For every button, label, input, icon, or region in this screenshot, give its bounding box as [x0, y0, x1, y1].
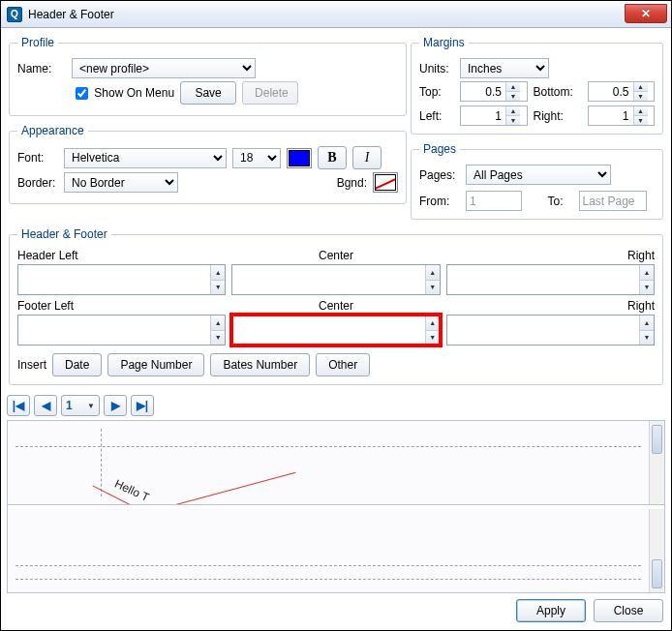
- preview-bottom: [8, 509, 664, 592]
- save-button[interactable]: Save: [180, 81, 236, 105]
- prev-page-button[interactable]: ◀: [34, 395, 57, 416]
- font-color-swatch[interactable]: [287, 148, 312, 168]
- font-select[interactable]: Helvetica: [64, 148, 227, 168]
- spin-down-icon[interactable]: ▼: [426, 280, 440, 295]
- pages-select[interactable]: All Pages: [466, 165, 611, 185]
- pages-label: Pages:: [419, 168, 460, 182]
- show-on-menu-checkbox[interactable]: [76, 87, 88, 100]
- preview-top: Hello T: [8, 421, 664, 505]
- right-spin[interactable]: ▲▼: [588, 105, 656, 126]
- border-select[interactable]: No Border: [64, 172, 178, 193]
- footer-right-input[interactable]: ▲▼: [446, 315, 655, 346]
- spin-up-icon[interactable]: ▲: [211, 316, 225, 330]
- margins-legend: Margins: [419, 36, 469, 49]
- spin-up-icon[interactable]: ▲: [211, 265, 225, 280]
- profile-group: Profile Name: <new profile> Show On Menu…: [9, 36, 407, 116]
- from-input: [466, 191, 522, 211]
- scrollbar-thumb[interactable]: [652, 559, 662, 588]
- profile-legend: Profile: [17, 36, 58, 49]
- header-center-input[interactable]: ▲▼: [231, 264, 440, 295]
- spin-up-icon[interactable]: ▲: [426, 316, 440, 330]
- header-right-input[interactable]: ▲▼: [446, 264, 655, 295]
- pager: |◀ ◀ 1▼ ▶ ▶|: [7, 395, 665, 416]
- spin-down-icon[interactable]: ▼: [634, 115, 648, 125]
- scrollbar-v[interactable]: [649, 421, 664, 504]
- footer-center-input[interactable]: ▲▼: [231, 315, 440, 346]
- spin-down-icon[interactable]: ▼: [506, 91, 520, 101]
- footer-right-text[interactable]: [447, 316, 639, 345]
- profile-select[interactable]: <new profile>: [72, 58, 256, 78]
- date-button[interactable]: Date: [52, 353, 102, 376]
- spin-down-icon[interactable]: ▼: [426, 330, 440, 346]
- next-page-button[interactable]: ▶: [104, 395, 127, 416]
- right-m-label: Right:: [534, 109, 582, 123]
- chevron-down-icon: ▼: [87, 402, 95, 410]
- spin-down-icon[interactable]: ▼: [211, 330, 225, 346]
- footer-center-text[interactable]: [232, 316, 424, 345]
- apply-button[interactable]: Apply: [516, 599, 586, 622]
- close-button[interactable]: Close: [594, 599, 663, 622]
- left-label: Left:: [419, 109, 454, 123]
- title-bar: Q Header & Footer ✕: [1, 1, 671, 28]
- units-label: Units:: [419, 62, 454, 75]
- units-select[interactable]: Inches: [460, 58, 549, 78]
- profile-name-label: Name:: [17, 62, 66, 75]
- spin-down-icon[interactable]: ▼: [211, 280, 225, 295]
- bold-button[interactable]: B: [318, 146, 347, 169]
- header-left-label: Header Left: [17, 247, 226, 264]
- app-icon: Q: [7, 7, 22, 22]
- right-input[interactable]: [589, 106, 633, 125]
- footer-left-label: Footer Left: [17, 297, 226, 315]
- spin-up-icon[interactable]: ▲: [640, 316, 654, 330]
- top-input[interactable]: [461, 82, 505, 101]
- font-color-inner: [289, 150, 310, 166]
- last-page-button[interactable]: ▶|: [131, 395, 154, 416]
- first-page-button[interactable]: |◀: [7, 395, 30, 416]
- other-button[interactable]: Other: [316, 353, 370, 376]
- to-input: [579, 191, 647, 211]
- scrollbar-v[interactable]: [649, 509, 664, 592]
- spin-up-icon[interactable]: ▲: [426, 265, 440, 280]
- spin-down-icon[interactable]: ▼: [634, 91, 648, 101]
- spin-up-icon[interactable]: ▲: [506, 106, 520, 115]
- bottom-label: Bottom:: [534, 85, 582, 99]
- page-select[interactable]: 1▼: [61, 395, 100, 416]
- delete-button: Delete: [242, 81, 298, 105]
- spin-down-icon[interactable]: ▼: [640, 330, 654, 346]
- pages-group: Pages Pages: All Pages From: To:: [411, 142, 663, 220]
- header-left-text[interactable]: [18, 265, 210, 294]
- margins-group: Margins Units: Inches Top: ▲▼ Bottom: ▲▼…: [411, 36, 663, 135]
- bates-number-button[interactable]: Bates Number: [210, 353, 310, 376]
- preview-content-text: Hello T: [111, 472, 153, 505]
- font-size-select[interactable]: 18: [232, 148, 281, 168]
- pages-legend: Pages: [419, 142, 460, 156]
- spin-down-icon[interactable]: ▼: [506, 115, 520, 125]
- border-label: Border:: [17, 176, 58, 190]
- spin-up-icon[interactable]: ▲: [634, 106, 648, 115]
- footer-left-text[interactable]: [18, 316, 210, 345]
- hf-legend: Header & Footer: [17, 227, 111, 241]
- page-number-button[interactable]: Page Number: [107, 353, 204, 376]
- show-on-menu-label[interactable]: Show On Menu: [72, 84, 174, 103]
- bgnd-color-swatch[interactable]: [373, 172, 398, 193]
- bottom-spin[interactable]: ▲▼: [588, 81, 656, 102]
- footer-left-input[interactable]: ▲▼: [17, 315, 226, 346]
- italic-button[interactable]: I: [352, 146, 382, 169]
- scrollbar-thumb[interactable]: [652, 425, 662, 454]
- footer-center-label: Center: [231, 297, 440, 315]
- header-center-label: Center: [231, 247, 440, 264]
- left-input[interactable]: [461, 106, 505, 125]
- bottom-input[interactable]: [589, 82, 633, 101]
- spin-up-icon[interactable]: ▲: [634, 82, 648, 91]
- header-left-input[interactable]: ▲▼: [17, 264, 226, 295]
- header-right-label: Right: [446, 247, 655, 264]
- spin-down-icon[interactable]: ▼: [640, 280, 654, 295]
- header-right-text[interactable]: [447, 265, 639, 294]
- spin-up-icon[interactable]: ▲: [506, 82, 520, 91]
- font-label: Font:: [17, 151, 58, 165]
- left-spin[interactable]: ▲▼: [460, 105, 528, 126]
- close-icon[interactable]: ✕: [625, 4, 667, 23]
- spin-up-icon[interactable]: ▲: [640, 265, 654, 280]
- top-spin[interactable]: ▲▼: [460, 81, 528, 102]
- header-center-text[interactable]: [232, 265, 424, 294]
